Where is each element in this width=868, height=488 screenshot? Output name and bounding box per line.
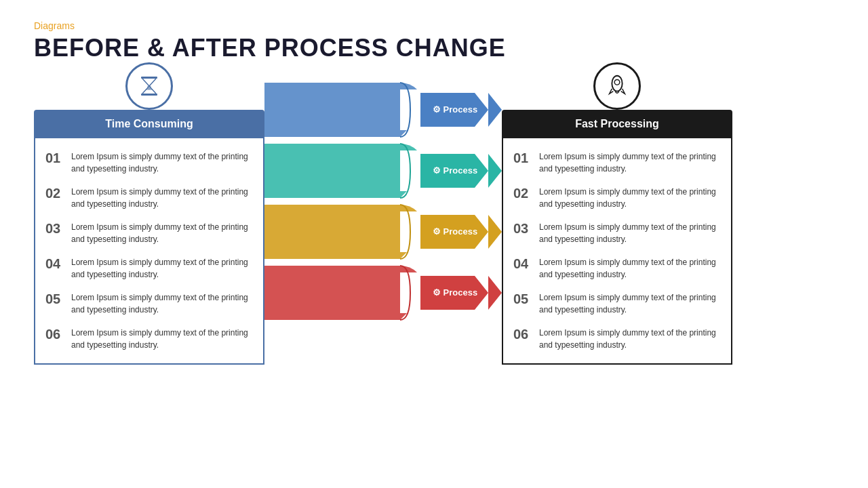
hourglass-icon	[136, 73, 163, 100]
left-panel-body: 01 Lorem Ipsum is simply dummy text of t…	[34, 138, 264, 365]
item-number: 01	[513, 150, 532, 166]
item-number: 03	[45, 221, 64, 237]
page-title: BEFORE & AFTER PROCESS CHANGE	[34, 34, 834, 62]
item-text: Lorem Ipsum is simply dummy text of the …	[539, 150, 721, 175]
item-text: Lorem Ipsum is simply dummy text of the …	[71, 291, 253, 316]
page-wrapper: Diagrams BEFORE & AFTER PROCESS CHANGE T…	[0, 0, 868, 488]
svg-rect-1	[141, 94, 157, 96]
svg-marker-7	[488, 154, 502, 188]
item-text: Lorem Ipsum is simply dummy text of the …	[71, 221, 253, 245]
svg-marker-10	[488, 215, 502, 249]
item-number: 03	[513, 221, 532, 237]
hourglass-icon-container	[125, 62, 173, 110]
item-text: Lorem Ipsum is simply dummy text of the …	[71, 256, 253, 281]
rocket-icon	[603, 72, 631, 100]
middle-flow: ⚙ Process ⚙ Process ⚙ Process	[264, 76, 502, 350]
list-item: 03 Lorem Ipsum is simply dummy text of t…	[45, 216, 253, 251]
svg-point-15	[612, 76, 622, 92]
svg-text:⚙ Process: ⚙ Process	[433, 226, 477, 237]
right-panel-header: Fast Processing	[502, 110, 732, 138]
svg-rect-0	[141, 77, 157, 79]
item-text: Lorem Ipsum is simply dummy text of the …	[539, 327, 721, 351]
item-number: 01	[45, 150, 64, 166]
content-area: Time Consuming 01 Lorem Ipsum is simply …	[34, 76, 834, 365]
right-panel-body: 01 Lorem Ipsum is simply dummy text of t…	[502, 138, 732, 365]
item-number: 02	[45, 186, 64, 201]
list-item: 05 Lorem Ipsum is simply dummy text of t…	[513, 286, 721, 321]
item-text: Lorem Ipsum is simply dummy text of the …	[71, 186, 253, 210]
item-number: 02	[513, 186, 532, 201]
item-text: Lorem Ipsum is simply dummy text of the …	[539, 221, 721, 245]
item-text: Lorem Ipsum is simply dummy text of the …	[539, 291, 721, 316]
item-text: Lorem Ipsum is simply dummy text of the …	[539, 256, 721, 281]
flow-diagram: ⚙ Process ⚙ Process ⚙ Process	[264, 76, 502, 347]
list-item: 04 Lorem Ipsum is simply dummy text of t…	[45, 251, 253, 286]
list-item: 05 Lorem Ipsum is simply dummy text of t…	[45, 286, 253, 321]
right-panel: Fast Processing 01 Lorem Ipsum is simply…	[502, 110, 732, 365]
svg-text:⚙ Process: ⚙ Process	[433, 287, 477, 298]
svg-marker-13	[488, 276, 502, 310]
rocket-icon-container	[593, 62, 641, 110]
item-text: Lorem Ipsum is simply dummy text of the …	[71, 327, 253, 351]
svg-text:⚙ Process: ⚙ Process	[433, 165, 477, 176]
svg-point-2	[147, 85, 151, 89]
svg-text:⚙ Process: ⚙ Process	[433, 104, 477, 115]
list-item: 01 Lorem Ipsum is simply dummy text of t…	[45, 145, 253, 180]
item-text: Lorem Ipsum is simply dummy text of the …	[539, 186, 721, 210]
list-item: 03 Lorem Ipsum is simply dummy text of t…	[513, 216, 721, 251]
item-text: Lorem Ipsum is simply dummy text of the …	[71, 150, 253, 175]
item-number: 06	[45, 327, 64, 342]
list-item: 06 Lorem Ipsum is simply dummy text of t…	[513, 321, 721, 357]
left-panel-header: Time Consuming	[34, 110, 264, 138]
left-panel: Time Consuming 01 Lorem Ipsum is simply …	[34, 110, 264, 365]
list-item: 06 Lorem Ipsum is simply dummy text of t…	[45, 321, 253, 357]
list-item: 02 Lorem Ipsum is simply dummy text of t…	[45, 180, 253, 216]
list-item: 01 Lorem Ipsum is simply dummy text of t…	[513, 145, 721, 180]
item-number: 05	[513, 291, 532, 307]
list-item: 02 Lorem Ipsum is simply dummy text of t…	[513, 180, 721, 216]
svg-point-16	[614, 79, 620, 85]
header-category: Diagrams	[34, 20, 834, 31]
item-number: 06	[513, 327, 532, 342]
item-number: 05	[45, 291, 64, 307]
item-number: 04	[513, 256, 532, 272]
svg-marker-4	[488, 93, 502, 127]
list-item: 04 Lorem Ipsum is simply dummy text of t…	[513, 251, 721, 286]
item-number: 04	[45, 256, 64, 272]
